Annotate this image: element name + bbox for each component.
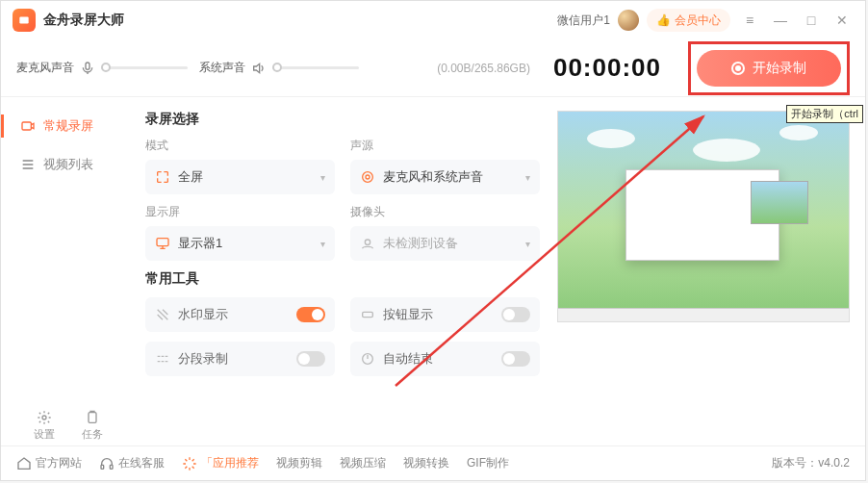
settings-label: 设置 [34, 427, 55, 442]
mic-label: 麦克风声音 [16, 60, 74, 76]
vip-label: 会员中心 [675, 13, 721, 29]
auto-end-toggle[interactable] [501, 351, 530, 367]
app-icon [13, 9, 36, 32]
headset-icon [99, 456, 115, 471]
tasks-label: 任务 [82, 427, 103, 442]
watermark-label: 水印显示 [178, 306, 289, 323]
list-tab-icon [20, 157, 36, 172]
gif-make-link[interactable]: GIF制作 [467, 455, 509, 471]
source-label: 声源 [350, 138, 540, 154]
close-button[interactable]: ✕ [830, 9, 854, 32]
sparkle-icon [182, 456, 197, 471]
display-label: 显示屏 [145, 204, 335, 220]
chevron-down-icon: ▾ [525, 239, 530, 249]
segment-icon [155, 351, 170, 367]
monitor-icon [155, 236, 170, 251]
section-title-record: 录屏选择 [145, 111, 540, 128]
start-record-button[interactable]: 开始录制 [697, 50, 841, 87]
mode-dropdown[interactable]: 全屏 ▾ [145, 160, 335, 194]
camera-icon [360, 236, 375, 251]
timer: 00:00:00 [553, 53, 661, 83]
source-value: 麦克风和系统声音 [383, 168, 518, 186]
svg-rect-2 [22, 122, 31, 130]
minimize-button[interactable]: — [769, 9, 792, 32]
sidebar-item-list[interactable]: 视频列表 [1, 145, 136, 184]
official-site-link[interactable]: 官方网站 [16, 455, 82, 471]
svg-point-6 [365, 240, 370, 244]
watermark-icon [155, 307, 170, 322]
button-icon [360, 307, 375, 322]
video-edit-link[interactable]: 视频剪辑 [276, 455, 322, 471]
app-recommend-link[interactable]: 「应用推荐 [182, 455, 259, 471]
vip-button[interactable]: 👍 会员中心 [647, 9, 730, 32]
system-slider[interactable] [272, 66, 359, 69]
chevron-down-icon: ▾ [320, 172, 325, 183]
home-icon [16, 456, 32, 471]
camera-dropdown[interactable]: 未检测到设备 ▾ [350, 226, 540, 261]
camera-label: 摄像头 [350, 204, 540, 220]
segment-label: 分段录制 [178, 350, 289, 368]
footer: 官方网站 在线客服 「应用推荐 视频剪辑 视频压缩 视频转换 GIF制作 版本号… [1, 445, 865, 480]
mic-icon [80, 61, 95, 76]
source-dropdown[interactable]: 麦克风和系统声音 ▾ [350, 160, 540, 194]
customer-service-link[interactable]: 在线客服 [99, 455, 165, 471]
svg-rect-5 [157, 239, 168, 246]
sidebar: 常规录屏 视频列表 [1, 97, 136, 444]
button-show-label: 按钮显示 [383, 306, 494, 323]
sidebar-label: 视频列表 [43, 156, 93, 173]
version-info: 版本号：v4.0.2 [772, 455, 850, 471]
record-tooltip: 开始录制（ctrl [786, 105, 863, 123]
record-icon [731, 62, 745, 75]
watermark-toggle[interactable] [296, 307, 325, 322]
svg-rect-10 [89, 413, 96, 423]
svg-rect-12 [110, 465, 113, 469]
mode-value: 全屏 [178, 168, 313, 186]
chevron-down-icon: ▾ [525, 172, 530, 183]
content: 录屏选择 模式 全屏 ▾ 声源 麦克风和系统声音 ▾ [136, 97, 557, 444]
system-audio-control[interactable]: 系统声音 [199, 60, 359, 76]
chevron-down-icon: ▾ [320, 239, 325, 249]
speaker-icon [251, 61, 267, 76]
user-name[interactable]: 微信用户1 [557, 13, 610, 29]
settings-button[interactable]: 设置 [34, 410, 55, 442]
sidebar-item-record[interactable]: 常规录屏 [1, 107, 136, 145]
video-convert-link[interactable]: 视频转换 [403, 455, 449, 471]
audio-source-icon [360, 169, 375, 185]
system-audio-label: 系统声音 [199, 60, 245, 76]
record-tab-icon [20, 118, 36, 134]
tasks-button[interactable]: 任务 [82, 410, 103, 442]
video-compress-link[interactable]: 视频压缩 [340, 455, 386, 471]
section-title-tools: 常用工具 [145, 270, 540, 288]
auto-end-label: 自动结束 [383, 350, 494, 368]
svg-point-4 [363, 172, 373, 183]
segment-toggle[interactable] [296, 351, 325, 367]
record-highlight: 开始录制 [688, 41, 850, 95]
button-show-toggle[interactable] [501, 307, 530, 322]
clipboard-icon [85, 410, 100, 425]
svg-point-9 [42, 416, 46, 419]
avatar[interactable] [618, 10, 639, 31]
power-icon [360, 351, 375, 367]
camera-value: 未检测到设备 [383, 235, 518, 252]
mic-control[interactable]: 麦克风声音 [16, 60, 188, 76]
menu-button[interactable]: ≡ [738, 9, 761, 32]
preview-image [557, 111, 850, 322]
thumbs-icon: 👍 [656, 13, 671, 27]
storage-info: (0.00B/265.86GB) [437, 62, 530, 75]
control-row: 麦克风声音 系统声音 (0.00B/265.86GB) 00:00:00 开始录… [1, 39, 865, 97]
maximize-button[interactable]: □ [800, 9, 823, 32]
app-title: 金舟录屏大师 [43, 12, 124, 29]
watermark-tool: 水印显示 [145, 297, 335, 332]
gear-icon [37, 410, 52, 425]
mic-slider[interactable] [101, 66, 188, 69]
titlebar: 金舟录屏大师 微信用户1 👍 会员中心 ≡ — □ ✕ [1, 1, 865, 39]
svg-point-3 [366, 175, 370, 179]
display-value: 显示器1 [178, 235, 313, 252]
svg-rect-7 [363, 312, 373, 317]
svg-rect-0 [19, 17, 28, 24]
sidebar-label: 常规录屏 [43, 117, 93, 135]
display-dropdown[interactable]: 显示器1 ▾ [145, 226, 335, 261]
mode-label: 模式 [145, 138, 335, 154]
svg-rect-11 [101, 465, 104, 469]
button-show-tool: 按钮显示 [350, 297, 540, 332]
